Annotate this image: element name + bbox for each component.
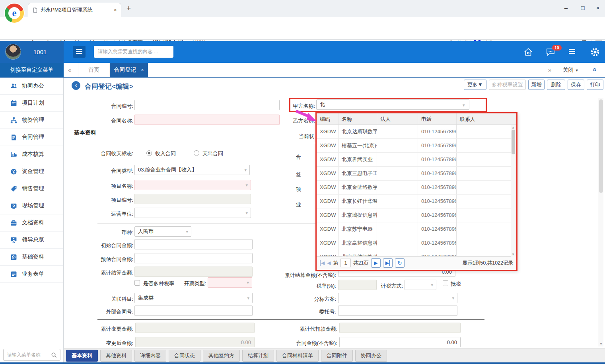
company-row[interactable]: XGDW北京城提信息科技010-124567896 — [317, 208, 516, 222]
next-page-button[interactable]: ▶ — [371, 258, 381, 268]
save-button[interactable]: 保存 — [568, 80, 584, 90]
project-name-select[interactable]: ▾ — [134, 180, 251, 190]
collapse-up-icon[interactable]: » — [593, 66, 596, 73]
browser-tab[interactable]: 邦永PM2项目管理系统 × — [28, 3, 121, 17]
dropdown-caret-icon[interactable]: ▾ — [463, 103, 602, 108]
multi-tax-label: 是否多种税率 — [143, 280, 174, 287]
sidebar-item-7[interactable]: 现场管理 — [0, 197, 63, 214]
income-radio[interactable] — [146, 150, 152, 156]
last-page-button[interactable]: ▶ — [383, 258, 393, 268]
tax-deduct-checkbox[interactable] — [443, 280, 448, 286]
maximize-button[interactable]: □ — [577, 2, 589, 14]
bottom-tab-7[interactable]: 合同附件 — [321, 350, 353, 362]
add-button[interactable]: 新增 — [528, 80, 545, 90]
party-a-input[interactable] — [316, 99, 469, 110]
user-block[interactable]: 1001 — [0, 41, 64, 63]
minimize-button[interactable]: – — [560, 2, 572, 14]
expense-radio[interactable] — [194, 150, 199, 156]
browser-logo-icon[interactable]: e — [5, 4, 24, 23]
company-row[interactable]: XGDW北京金蓝络数字科010-124567896 — [317, 181, 516, 195]
column-header[interactable]: 编码 — [317, 113, 338, 125]
related-subject-select[interactable]: 集成类▾ — [134, 293, 253, 303]
first-page-button[interactable]: ◀ — [320, 260, 325, 266]
sidebar-item-5[interactable]: 资金管理 — [0, 163, 63, 180]
print-button[interactable]: 打印 — [587, 80, 603, 90]
dropdown-scrollbar[interactable]: ▲ ▼ — [511, 125, 516, 257]
column-header[interactable]: 名称 — [338, 113, 377, 125]
est-amount-input[interactable] — [134, 253, 253, 263]
entrust-no-input[interactable] — [338, 306, 457, 316]
bid-plan-select[interactable]: ▾ — [338, 293, 457, 303]
sidebar-item-11[interactable]: 业务表单 — [0, 266, 63, 283]
bottom-tab-0[interactable]: 基本资料 — [66, 350, 98, 362]
invoice-type-select[interactable]: ▾ — [208, 277, 252, 288]
bottom-tab-1[interactable]: 其他资料 — [100, 350, 132, 362]
bottom-tab-6[interactable]: 合同材料清单 — [276, 350, 319, 362]
contract-name-input[interactable] — [134, 115, 280, 125]
scroll-up-icon[interactable]: ▲ — [512, 126, 515, 129]
tab-home[interactable]: 首页 — [78, 63, 110, 77]
new-tab-button[interactable]: + — [126, 4, 131, 13]
tab-contract-register[interactable]: 合同登记 × — [110, 63, 148, 77]
page-scrollbar[interactable]: ▼ — [598, 98, 603, 346]
menu-toggle-button[interactable] — [73, 46, 86, 58]
company-row[interactable]: XGDW北京苏宁电器010-124567896 — [317, 222, 516, 236]
bottom-tab-4[interactable]: 其他签约方 — [203, 350, 240, 362]
column-header[interactable]: 电话 — [418, 113, 457, 125]
company-row[interactable]: XGDW榕基五一(北京)信010-124567896 — [317, 139, 516, 153]
bottom-tab-3[interactable]: 合同状态 — [169, 350, 200, 362]
delete-button[interactable]: 删除 — [547, 80, 565, 90]
sidebar-item-4[interactable]: 成本核算 — [0, 146, 63, 163]
sidebar-item-3[interactable]: 合同管理 — [0, 129, 63, 146]
avatar[interactable] — [6, 44, 21, 59]
currency-select[interactable]: 人民币▾ — [134, 226, 191, 237]
bottom-tab-8[interactable]: 协同办公 — [355, 350, 387, 362]
menu-search-icon[interactable] — [51, 352, 57, 358]
scroll-tabs-right-icon[interactable]: » — [548, 66, 551, 73]
bottom-tab-5[interactable]: 结算计划 — [242, 350, 274, 362]
gear-icon[interactable] — [590, 47, 600, 57]
operate-unit-select[interactable]: ▾ — [134, 208, 251, 218]
menu-switch-button[interactable]: 切换至自定义菜单 — [0, 63, 64, 77]
company-row[interactable]: XGDW北京三思电子工程010-124567896 — [317, 167, 516, 181]
prev-page-button[interactable]: ◀ — [327, 260, 331, 266]
multi-tax-checkbox[interactable] — [134, 280, 140, 286]
more-button[interactable]: 更多▼ — [464, 80, 486, 90]
contract-no-input[interactable] — [134, 100, 280, 110]
sidebar-item-0[interactable]: 协同办公 — [0, 78, 63, 95]
company-row[interactable]: XGDW北京界武实业010-124567896 — [317, 153, 516, 167]
contract-type-select[interactable]: 03.综合业务合同【收入】▾ — [134, 165, 250, 175]
scroll-down-icon[interactable]: ▼ — [512, 253, 515, 256]
scroll-tabs-left-icon[interactable]: « — [68, 66, 71, 73]
window-close-button[interactable]: × — [592, 2, 604, 14]
company-row[interactable]: XGDW北京长虹佳华智能010-124567896 — [317, 195, 516, 208]
page-input[interactable] — [340, 259, 351, 267]
sidebar-item-9[interactable]: 领导总览 — [0, 232, 63, 249]
sidebar-item-2[interactable]: 物资管理 — [0, 112, 63, 129]
home-icon[interactable] — [523, 47, 533, 57]
amount-notax-input[interactable] — [339, 337, 461, 347]
bottom-tab-2[interactable]: 详细内容 — [134, 350, 166, 362]
refresh-button[interactable]: ↻ — [395, 258, 405, 268]
app-menu-icon[interactable] — [569, 49, 575, 50]
sidebar-item-8[interactable]: 文档资料 — [0, 214, 63, 232]
tax-method-select[interactable]: ▾ — [405, 280, 436, 290]
scrollbar-thumb[interactable] — [512, 130, 515, 154]
external-no-input[interactable] — [134, 306, 253, 316]
init-amount-input[interactable] — [134, 239, 253, 249]
back-circle-button[interactable]: ‹ — [72, 81, 80, 90]
scroll-down-icon[interactable]: ▼ — [599, 342, 603, 346]
tab-close-icon[interactable]: × — [114, 7, 117, 13]
sidebar-item-1[interactable]: 项目计划 — [0, 95, 63, 112]
sidebar-item-6[interactable]: 销售管理 — [0, 180, 63, 197]
column-header[interactable]: 联系人 — [457, 113, 516, 125]
tab-close-icon[interactable]: × — [141, 67, 144, 73]
page-scrollbar-thumb[interactable] — [599, 99, 603, 193]
global-search-input[interactable] — [94, 46, 173, 58]
close-tabs-button[interactable]: 关闭 ▼ — [563, 66, 579, 74]
company-row[interactable]: XGDW北京赢耀信息科技010-124567896 — [317, 236, 516, 250]
sidebar-item-10[interactable]: 基础资料 — [0, 249, 63, 266]
column-header[interactable]: 法人 — [377, 113, 418, 125]
company-row[interactable]: XGDW北京达斯琪数字科010-124567896 — [317, 125, 516, 139]
company-row[interactable]: XGDW北京昊纺智能科技010-124567896 — [317, 250, 516, 256]
